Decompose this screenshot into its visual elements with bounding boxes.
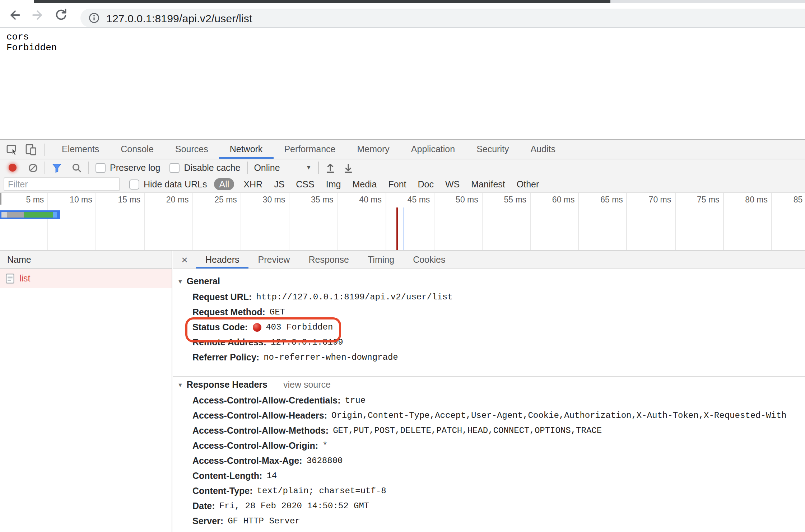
header-key: Remote Address:	[192, 337, 266, 347]
devtools-tabbar: Elements Console Sources Network	[0, 140, 805, 159]
resource-type-filter-label: Doc	[418, 179, 434, 189]
devtools-tab[interactable]: Console	[110, 140, 164, 159]
header-key: Date:	[192, 501, 215, 511]
general-section-title: General	[187, 276, 220, 286]
filter-input[interactable]	[4, 177, 120, 191]
header-key: Server:	[192, 516, 223, 526]
timeline-tick: 50 ms	[434, 193, 482, 250]
status-dot-icon	[253, 323, 261, 331]
network-toolbar: Preserve log Disable cache Online ▼	[0, 159, 805, 176]
devtools-tab[interactable]: Memory	[346, 140, 400, 159]
request-details-tab[interactable]: Cookies	[404, 251, 455, 269]
resource-type-filter[interactable]: CSS	[290, 179, 320, 189]
request-details-tab[interactable]: Preview	[249, 251, 299, 269]
clear-icon[interactable]	[28, 163, 38, 173]
devtools-tab[interactable]: Network	[219, 140, 274, 159]
reload-button[interactable]	[54, 8, 68, 22]
timeline-tick-label: 50 ms	[456, 195, 478, 204]
domcontentloaded-event-line	[403, 207, 404, 250]
header-value: GET,PUT,POST,DELETE,PATCH,HEAD,CONNECT,O…	[333, 425, 602, 435]
header-value: 3628800	[307, 456, 343, 466]
devtools-tab[interactable]: Security	[466, 140, 520, 159]
resource-type-filter[interactable]: Media	[346, 179, 382, 189]
export-har-icon[interactable]	[343, 163, 353, 173]
network-filter-bar: Hide data URLs All XHR JS	[0, 176, 805, 192]
timeline-ticks: 5 ms 10 ms 15 ms 20 ms 25 ms	[0, 193, 805, 250]
general-section-header[interactable]: ▼ General	[177, 276, 805, 286]
header-value: GF HTTP Server	[228, 516, 300, 526]
timeline-tick-label: 35 ms	[311, 195, 334, 204]
request-details-tab[interactable]: Headers	[196, 251, 249, 269]
resource-type-filter[interactable]: Other	[511, 179, 545, 189]
devtools-tab-label: Sources	[175, 144, 208, 154]
hide-data-urls-toggle[interactable]: Hide data URLs	[129, 179, 207, 189]
header-row: Request URL: http://127.0.0.1:8199/api.v…	[173, 289, 805, 304]
disable-cache-toggle[interactable]: Disable cache	[169, 163, 240, 173]
waterfall-segment-stalled	[7, 212, 24, 218]
section-divider	[173, 376, 805, 377]
record-icon[interactable]	[9, 164, 17, 172]
timeline-tick: 65 ms	[579, 193, 627, 250]
resource-type-filter[interactable]: WS	[439, 179, 465, 189]
request-details-tab-label: Cookies	[413, 255, 445, 265]
devtools-tab[interactable]: Performance	[273, 140, 346, 159]
load-event-line	[396, 207, 397, 250]
overview-waterfall-bar[interactable]	[0, 210, 60, 219]
devtools-tab-label: Console	[121, 144, 154, 154]
resource-type-filters: All XHR JS CSS Img	[211, 178, 545, 190]
devtools-tab-label: Application	[411, 144, 455, 154]
site-info-icon[interactable]	[88, 12, 100, 24]
resource-type-filter[interactable]: JS	[268, 179, 290, 189]
requests-name-header[interactable]: Name	[0, 251, 172, 269]
timeline-tick-label: 45 ms	[408, 195, 430, 204]
devtools-tab[interactable]: Application	[400, 140, 466, 159]
timeline-tick-label: 80 ms	[745, 195, 768, 204]
devtools-tab-label: Memory	[357, 144, 390, 154]
response-headers-section-header[interactable]: ▼ Response Headers view source	[177, 380, 805, 390]
devtools-tab[interactable]: Elements	[51, 140, 110, 159]
inspect-element-icon[interactable]	[6, 143, 19, 155]
hide-data-urls-checkbox	[129, 179, 139, 189]
resource-type-filter[interactable]: Manifest	[465, 179, 511, 189]
screenshot-root: 127.0.0.1:8199/api.v2/user/list cors For…	[0, 0, 805, 532]
address-bar[interactable]: 127.0.0.1:8199/api.v2/user/list	[80, 9, 805, 27]
resource-type-filter[interactable]: All	[214, 178, 234, 190]
request-row[interactable]: list	[0, 269, 172, 288]
status-code-row: Status Code: 403 Forbidden	[173, 319, 805, 335]
search-icon[interactable]	[72, 163, 82, 173]
devtools-tab[interactable]: Sources	[164, 140, 219, 159]
header-value: *	[322, 440, 327, 451]
header-row: Content-Type: text/plain; charset=utf-8	[173, 483, 805, 498]
header-row: Access-Control-Max-Age: 3628800	[173, 453, 805, 468]
network-main-area: Name list	[0, 251, 805, 532]
resource-type-filter-label: All	[219, 179, 229, 189]
filter-icon[interactable]	[52, 163, 62, 173]
divider	[44, 143, 45, 155]
timeline-tick: 75 ms	[675, 193, 723, 250]
preserve-log-toggle[interactable]: Preserve log	[96, 163, 160, 173]
header-value: Fri, 28 Feb 2020 14:50:52 GMT	[219, 501, 369, 511]
timeline-tick: 70 ms	[627, 193, 675, 250]
close-icon[interactable]: ×	[173, 251, 196, 269]
browser-toolbar: 127.0.0.1:8199/api.v2/user/list	[0, 3, 805, 28]
import-har-icon[interactable]	[325, 163, 335, 173]
view-source-link[interactable]: view source	[283, 380, 331, 390]
waterfall-segment-download	[53, 212, 57, 218]
preserve-log-label: Preserve log	[110, 163, 160, 173]
resource-type-filter[interactable]: Img	[320, 179, 347, 189]
back-button[interactable]	[8, 8, 22, 22]
response-headers-section-title: Response Headers	[187, 380, 267, 390]
resource-type-filter[interactable]: Font	[383, 179, 412, 189]
resource-type-filter[interactable]: XHR	[238, 179, 268, 189]
request-details-tab[interactable]: Timing	[358, 251, 404, 269]
disable-cache-checkbox	[169, 163, 180, 173]
header-key: Access-Control-Allow-Methods:	[192, 425, 329, 435]
timeline-tick-label: 30 ms	[263, 195, 285, 204]
forward-button[interactable]	[30, 8, 45, 22]
resource-type-filter[interactable]: Doc	[412, 179, 439, 189]
devtools-tab[interactable]: Audits	[520, 140, 566, 159]
request-details-tab[interactable]: Response	[299, 251, 358, 269]
throttling-select[interactable]: Online ▼	[254, 163, 311, 173]
device-toolbar-icon[interactable]	[25, 143, 37, 155]
request-details-tabs: Headers Preview Response	[196, 251, 455, 269]
